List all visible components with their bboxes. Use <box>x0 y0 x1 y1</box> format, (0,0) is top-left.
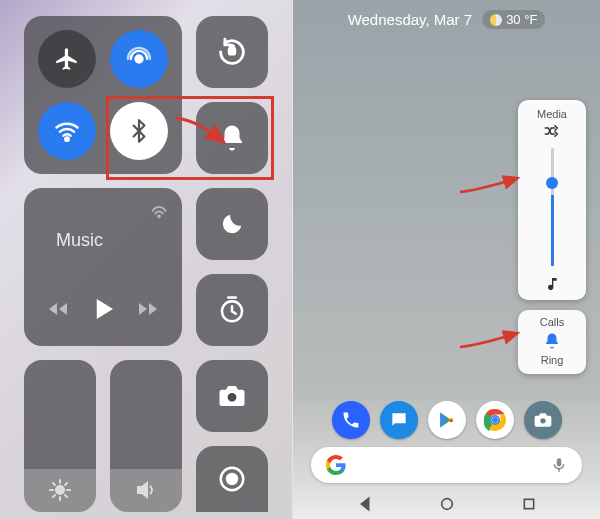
media-volume-slider[interactable] <box>551 148 554 266</box>
android-home-screenshot: Wednesday, Mar 7 30 °F Media Calls Ring <box>292 0 600 519</box>
timer-button[interactable] <box>196 274 268 346</box>
svg-point-8 <box>56 486 64 494</box>
shuffle-icon[interactable] <box>543 124 561 138</box>
music-label: Music <box>56 230 170 251</box>
google-g-icon <box>325 454 347 476</box>
messages-app[interactable] <box>380 401 418 439</box>
media-volume-panel[interactable]: Media <box>518 100 586 300</box>
wifi-toggle[interactable] <box>38 102 96 160</box>
play-store-icon <box>437 410 457 430</box>
volume-slider[interactable] <box>110 360 182 512</box>
timer-icon <box>217 295 247 325</box>
svg-point-13 <box>540 418 545 423</box>
music-note-icon <box>544 276 560 292</box>
camera-icon <box>533 410 553 430</box>
calls-ring-panel[interactable]: Calls Ring <box>518 310 586 374</box>
airplane-mode-toggle[interactable] <box>38 30 96 88</box>
app-dock <box>293 401 600 439</box>
mic-icon[interactable] <box>550 456 568 474</box>
next-track-button[interactable] <box>136 297 160 321</box>
ringer-toggle[interactable] <box>196 102 268 174</box>
bluetooth-icon <box>126 118 152 144</box>
chrome-app[interactable] <box>476 401 514 439</box>
home-button[interactable] <box>439 496 455 512</box>
do-not-disturb-toggle[interactable] <box>196 188 268 260</box>
svg-point-7 <box>227 474 237 484</box>
media-panel-label: Media <box>537 108 567 120</box>
status-bar: Wednesday, Mar 7 30 °F <box>293 10 600 29</box>
partly-sunny-icon <box>490 14 502 26</box>
phone-icon <box>341 410 361 430</box>
brightness-slider[interactable] <box>24 360 96 512</box>
android-nav-bar <box>293 495 600 513</box>
volume-icon <box>134 478 158 502</box>
orientation-lock-toggle[interactable] <box>196 16 268 88</box>
airplane-icon <box>54 46 80 72</box>
bell-icon[interactable] <box>543 332 561 350</box>
svg-rect-15 <box>524 499 533 508</box>
google-search-bar[interactable] <box>311 447 582 483</box>
svg-point-1 <box>65 138 68 141</box>
airdrop-icon <box>125 45 153 73</box>
bluetooth-toggle[interactable] <box>110 102 168 160</box>
messages-icon <box>389 410 409 430</box>
recents-button[interactable] <box>521 496 537 512</box>
chrome-icon <box>483 408 507 432</box>
screen-record-button[interactable] <box>196 446 268 512</box>
camera-button[interactable] <box>196 360 268 432</box>
svg-point-3 <box>158 215 160 217</box>
temperature-label: 30 °F <box>506 12 537 27</box>
ring-mode-label: Ring <box>541 354 564 366</box>
music-tile[interactable]: Music <box>24 188 182 346</box>
svg-point-5 <box>228 393 237 402</box>
status-date: Wednesday, Mar 7 <box>348 11 473 28</box>
record-icon <box>217 464 247 494</box>
camera-icon <box>217 381 247 411</box>
airplay-icon <box>148 198 170 220</box>
connectivity-tile[interactable] <box>24 16 182 174</box>
back-button[interactable] <box>356 495 374 513</box>
orientation-lock-icon <box>215 35 249 69</box>
airdrop-toggle[interactable] <box>110 30 168 88</box>
svg-point-0 <box>136 56 143 63</box>
phone-app[interactable] <box>332 401 370 439</box>
moon-icon <box>218 210 246 238</box>
svg-point-14 <box>442 499 453 510</box>
wifi-icon <box>53 117 81 145</box>
ios-control-center-screenshot: Music <box>0 0 292 519</box>
camera-app[interactable] <box>524 401 562 439</box>
calls-panel-label: Calls <box>540 316 564 328</box>
play-button[interactable] <box>88 294 118 324</box>
bell-icon <box>217 123 247 153</box>
previous-track-button[interactable] <box>46 297 70 321</box>
weather-widget[interactable]: 30 °F <box>482 10 545 29</box>
svg-point-12 <box>492 417 498 423</box>
brightness-icon <box>48 478 72 502</box>
play-store-app[interactable] <box>428 401 466 439</box>
